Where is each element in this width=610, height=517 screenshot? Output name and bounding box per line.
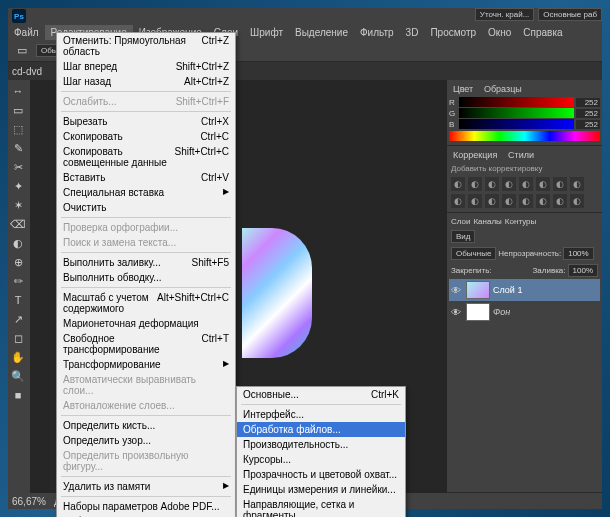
menu-файл[interactable]: Файл — [8, 25, 45, 40]
tool-icon[interactable]: ⊕ — [8, 253, 28, 271]
tool-icon[interactable]: ✏ — [8, 272, 28, 290]
menu-выделение[interactable]: Выделение — [289, 25, 354, 40]
adjustment-icon[interactable]: ◐ — [502, 194, 516, 208]
tool-icon[interactable]: ✋ — [8, 348, 28, 366]
tool-icon[interactable]: ▭ — [8, 101, 28, 119]
menu-шрифт[interactable]: Шрифт — [244, 25, 289, 40]
adjustment-icon[interactable]: ◐ — [451, 177, 465, 191]
visibility-icon[interactable]: 👁 — [451, 285, 463, 296]
adjustment-icon[interactable]: ◐ — [553, 194, 567, 208]
menu-item[interactable]: Прозрачность и цветовой охват... — [237, 467, 405, 482]
tool-icon[interactable]: ⌫ — [8, 215, 28, 233]
adjustment-icon[interactable]: ◐ — [570, 194, 584, 208]
adjustment-icon[interactable]: ◐ — [468, 194, 482, 208]
menu-item[interactable]: Единицы измерения и линейки... — [237, 482, 405, 497]
adjustment-icon[interactable]: ◐ — [519, 194, 533, 208]
menu-item[interactable]: Марионеточная деформация — [57, 316, 235, 331]
menu-3d[interactable]: 3D — [400, 25, 425, 40]
layer-row[interactable]: 👁 Слой 1 — [449, 279, 600, 301]
adjustment-icon[interactable]: ◐ — [485, 194, 499, 208]
tab-color[interactable]: Цвет — [449, 82, 477, 96]
zoom-level[interactable]: 66,67% — [12, 496, 46, 507]
tool-icon[interactable]: ✎ — [8, 139, 28, 157]
hue-strip[interactable] — [449, 131, 600, 141]
menu-item[interactable]: Наборы параметров Adobe PDF... — [57, 499, 235, 514]
g-value[interactable]: 252 — [576, 109, 600, 118]
b-label: B — [449, 120, 457, 129]
tool-icon[interactable]: ✶ — [8, 196, 28, 214]
menu-item[interactable]: Выполнить обводку... — [57, 270, 235, 285]
adjustment-icon[interactable]: ◐ — [485, 177, 499, 191]
menu-item[interactable]: Масштаб с учетом содержимогоAlt+Shift+Ct… — [57, 290, 235, 316]
menu-просмотр[interactable]: Просмотр — [424, 25, 482, 40]
menu-item[interactable]: Определить узор... — [57, 433, 235, 448]
tool-icon[interactable]: ◻ — [8, 329, 28, 347]
tool-icon[interactable]: ↔ — [8, 82, 28, 100]
layer-row[interactable]: 👁 Фон — [449, 301, 600, 323]
menu-item[interactable]: Трансформирование▶ — [57, 357, 235, 372]
menu-item[interactable]: Направляющие, сетка и фрагменты... — [237, 497, 405, 517]
menu-справка[interactable]: Справка — [517, 25, 568, 40]
menu-item[interactable]: Удалить из памяти▶ — [57, 479, 235, 494]
document-tab[interactable]: cd-dvd — [12, 66, 42, 77]
adjustment-icon[interactable]: ◐ — [570, 177, 584, 191]
workspace-switcher[interactable]: Основные раб — [538, 8, 602, 21]
adjustment-icon[interactable]: ◐ — [553, 177, 567, 191]
fill-value[interactable]: 100% — [568, 264, 598, 277]
adjustment-icon[interactable]: ◐ — [519, 177, 533, 191]
menu-item[interactable]: Специальная вставка▶ — [57, 185, 235, 200]
tool-icon[interactable]: ◐ — [8, 234, 28, 252]
menu-item[interactable]: ВставитьCtrl+V — [57, 170, 235, 185]
adjustment-icon[interactable]: ◐ — [468, 177, 482, 191]
menu-item[interactable]: СкопироватьCtrl+C — [57, 129, 235, 144]
tool-icon[interactable]: ⬚ — [8, 120, 28, 138]
menu-item[interactable]: Очистить — [57, 200, 235, 215]
tool-icon[interactable]: T — [8, 291, 28, 309]
r-value[interactable]: 252 — [576, 98, 600, 107]
menu-item[interactable]: Выполнить заливку...Shift+F5 — [57, 255, 235, 270]
menu-item[interactable]: Свободное трансформированиеCtrl+T — [57, 331, 235, 357]
layer-name[interactable]: Фон — [493, 307, 510, 317]
menu-item[interactable]: Производительность... — [237, 437, 405, 452]
menu-item[interactable]: Шаг впередShift+Ctrl+Z — [57, 59, 235, 74]
refine-edge-button[interactable]: Уточн. край... — [475, 8, 535, 21]
tool-icon[interactable]: 🔍 — [8, 367, 28, 385]
menu-item[interactable]: Обработка файлов... — [237, 422, 405, 437]
tab-paths[interactable]: Контуры — [505, 217, 536, 226]
tab-channels[interactable]: Каналы — [473, 217, 501, 226]
menu-item[interactable]: Курсоры... — [237, 452, 405, 467]
layer-name[interactable]: Слой 1 — [493, 285, 522, 295]
menu-item[interactable]: Отменить: Прямоугольная областьCtrl+Z — [57, 33, 235, 59]
tab-adjustments[interactable]: Коррекция — [449, 148, 501, 162]
menu-item[interactable]: ВырезатьCtrl+X — [57, 114, 235, 129]
b-slider[interactable] — [459, 119, 574, 129]
tool-icon[interactable]: ■ — [8, 386, 28, 404]
adjustment-icon[interactable]: ◐ — [502, 177, 516, 191]
g-slider[interactable] — [459, 108, 574, 118]
layer-thumb — [466, 281, 490, 299]
tool-icon[interactable]: ✂ — [8, 158, 28, 176]
tab-layers[interactable]: Слои — [451, 217, 470, 226]
menu-item[interactable]: Интерфейс... — [237, 407, 405, 422]
adjustment-icon[interactable]: ◐ — [536, 177, 550, 191]
menu-фильтр[interactable]: Фильтр — [354, 25, 400, 40]
layer-filter[interactable]: Вид — [451, 230, 475, 243]
visibility-icon[interactable]: 👁 — [451, 307, 463, 318]
tool-preset-icon[interactable]: ▭ — [12, 42, 32, 60]
menu-item[interactable]: Определить кисть... — [57, 418, 235, 433]
tab-styles[interactable]: Стили — [504, 148, 538, 162]
b-value[interactable]: 252 — [576, 120, 600, 129]
menu-item[interactable]: Шаг назадAlt+Ctrl+Z — [57, 74, 235, 89]
opacity-value[interactable]: 100% — [563, 247, 593, 260]
tab-swatches[interactable]: Образцы — [480, 82, 526, 96]
menu-item[interactable]: Скопировать совмещенные данныеShift+Ctrl… — [57, 144, 235, 170]
menu-item[interactable]: Основные...Ctrl+K — [237, 387, 405, 402]
tool-icon[interactable]: ✦ — [8, 177, 28, 195]
tool-icon[interactable]: ↗ — [8, 310, 28, 328]
r-slider[interactable] — [459, 97, 574, 107]
menu-item: Ослабить...Shift+Ctrl+F — [57, 94, 235, 109]
adjustment-icon[interactable]: ◐ — [451, 194, 465, 208]
adjustment-icon[interactable]: ◐ — [536, 194, 550, 208]
menu-окно[interactable]: Окно — [482, 25, 517, 40]
blend-mode[interactable]: Обычные — [451, 247, 496, 260]
